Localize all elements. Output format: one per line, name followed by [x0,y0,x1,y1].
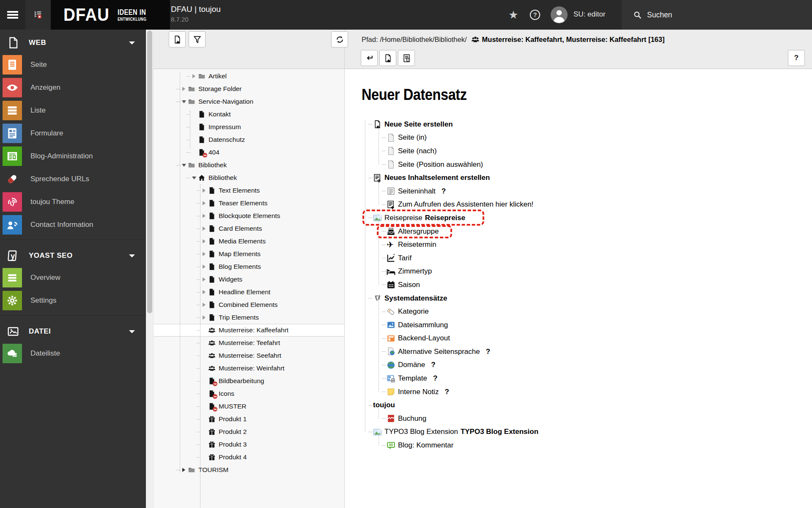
pagetree-node-headline-element[interactable]: Headline Element [154,286,344,298]
pagetree-node-bibliothek[interactable]: Bibliothek [154,159,344,171]
pagetree-node-blockquote-elements[interactable]: Blockquote Elements [154,210,344,222]
chevron-down-icon[interactable] [129,254,135,257]
view-record-button[interactable] [398,50,415,66]
sidebar-item-liste[interactable]: Liste [0,99,146,122]
search-input[interactable] [647,8,799,21]
new-record-option-seiteninhalt[interactable]: Seiteninhalt? [362,185,742,198]
pagetree-node-musterreise-weinfahrt[interactable]: Musterreise: Weinfahrt [154,362,344,375]
refresh-button[interactable] [331,31,348,47]
field-help-icon[interactable]: ? [486,348,490,356]
field-help-icon[interactable]: ? [442,187,446,196]
sidebar-item-contact-information[interactable]: Contact Information [0,213,146,236]
new-record-button[interactable] [379,50,396,66]
collapse-arrow-icon[interactable] [191,177,197,179]
new-record-option-neues-inhaltselement-erstellen[interactable]: Neues Inhaltselement erstellen [362,171,742,185]
new-page-button[interactable] [169,31,186,47]
pagetree-node-storage-folder[interactable]: Storage Folder [154,83,344,95]
pagetree-node-produkt-3[interactable]: Produkt 3 [154,438,344,451]
sidebar-section-header-yoast-seo[interactable]: yYOAST SEO [0,245,146,266]
pagetree-node-musterreise-teefahrt[interactable]: Musterreise: Teefahrt [154,337,344,349]
pagetree-node-datenschutz[interactable]: Datenschutz [154,133,344,146]
sidebar-item-toujou-theme[interactable]: toujou Theme [0,190,146,213]
sidebar-item-dateiliste[interactable]: Dateiliste [0,342,146,365]
new-record-option-toujou[interactable]: toujou [362,398,742,412]
new-record-option-alternative-seitensprache[interactable]: Alternative Seitensprache? [362,345,742,359]
field-help-icon[interactable]: ? [431,361,435,369]
expand-arrow-icon[interactable] [201,277,207,282]
pagetree-node-produkt-4[interactable]: Produkt 4 [154,451,344,464]
expand-arrow-icon[interactable] [201,265,207,269]
new-record-option-zimmertyp[interactable]: Zimmertyp [362,265,742,279]
expand-arrow-icon[interactable] [181,87,187,91]
expand-arrow-icon[interactable] [201,214,207,218]
pagetree-node-muster[interactable]: MUSTER [154,400,344,413]
new-record-option-template[interactable]: Template? [362,372,742,385]
pagetree-node-teaser-elements[interactable]: Teaser Elements [154,197,344,210]
new-record-option-saison[interactable]: Saison [362,278,742,292]
sidebar-item-formulare[interactable]: Formulare [0,122,146,145]
pagetree-node-widgets[interactable]: Widgets [154,273,344,286]
pagetree-scrollbar-thumb[interactable] [147,30,152,313]
pagetree-node-media-elements[interactable]: Media Elements [154,235,344,248]
username-label[interactable]: SU: editor [573,10,606,19]
new-record-option-blog-kommentar[interactable]: Blog: Kommentar [362,439,742,452]
sidebar-section-header-datei[interactable]: DATEI [0,321,146,342]
new-record-option-reisepreise[interactable]: ReisepreiseReisepreise [362,211,742,225]
chevron-down-icon[interactable] [129,41,135,44]
collapse-arrow-icon[interactable] [181,100,187,103]
pagetree-node-bibliothek[interactable]: Bibliothek [154,171,344,184]
sidebar-item-blog-administration[interactable]: Blog-Administration [0,145,146,168]
pagetree-node-service-navigation[interactable]: Service-Navigation [154,95,344,108]
expand-arrow-icon[interactable] [201,303,207,307]
expand-arrow-icon[interactable] [201,201,207,205]
pagetree-node-combined-elements[interactable]: Combined Elements [154,298,344,311]
sidebar-item-settings[interactable]: Settings [0,289,146,312]
sidebar-item-overview[interactable]: Overview [0,266,146,289]
close-back-button[interactable] [361,50,378,66]
expand-arrow-icon[interactable] [201,239,207,243]
new-record-option-seite-in-[interactable]: Seite (in) [362,131,742,145]
new-record-option-systemdatens-tze[interactable]: Systemdatensätze [362,292,742,305]
pagetree-node-trip-elements[interactable]: Trip Elements [154,311,344,324]
pagetree-node-blog-elements[interactable]: Blog Elements [154,260,344,273]
expand-arrow-icon[interactable] [201,290,207,294]
context-help-button[interactable]: ? [788,50,805,66]
field-help-icon[interactable]: ? [433,374,437,383]
new-record-option-neue-seite-erstellen[interactable]: Neue Seite erstellen [362,118,742,131]
pagetree-node-404[interactable]: 404 [154,146,344,159]
pagetree-node-kontakt[interactable]: Kontakt [154,108,344,121]
field-help-icon[interactable]: ? [444,388,449,396]
pagetree-node-produkt-1[interactable]: Produkt 1 [154,413,344,425]
expand-arrow-icon[interactable] [191,74,197,78]
pagetree-node-bildbearbeitung[interactable]: Bildbearbeitung [154,375,344,387]
expand-arrow-icon[interactable] [201,226,207,231]
new-record-option-seite-nach-[interactable]: Seite (nach) [362,144,742,158]
pagetree-node-card-elements[interactable]: Card Elements [154,222,344,235]
new-record-option-interne-notiz[interactable]: Interne Notiz? [362,385,742,399]
expand-arrow-icon[interactable] [201,188,207,193]
new-record-option-zum-aufrufen-des-assistenten-hier-klicken-[interactable]: Zum Aufrufen des Assistenten hier klicke… [362,198,742,212]
expand-arrow-icon[interactable] [201,315,207,320]
new-record-option-dom-ne[interactable]: Domäne? [362,359,742,372]
new-record-option-typo3-blog-extension[interactable]: TYPO3 Blog ExtensionTYPO3 Blog Extension [362,425,742,439]
new-record-option-tarif[interactable]: Tarif [362,251,742,265]
user-avatar[interactable] [551,6,568,23]
new-record-option-kategorie[interactable]: Kategorie [362,305,742,318]
new-record-option-dateisammlung[interactable]: Dateisammlung [362,318,742,332]
bookmark-button[interactable]: ★ [506,7,521,22]
pagetree-node-musterreise-kaffeefahrt[interactable]: Musterreise: Kaffeefahrt [154,324,344,337]
pagetree-node-tourism[interactable]: TOURISM [154,464,344,476]
expand-arrow-icon[interactable] [181,468,187,472]
new-record-option-seite-position-ausw-hlen-[interactable]: Seite (Position auswählen) [362,158,742,171]
pagetree-node-map-elements[interactable]: Map Elements [154,248,344,260]
pagetree-node-musterreise-seefahrt[interactable]: Musterreise: Seefahrt [154,349,344,362]
sidebar-item-seite[interactable]: Seite [0,53,146,76]
pagetree-toggle-button[interactable] [25,0,51,30]
pagetree-node-artikel[interactable]: Artikel [154,70,344,83]
pagetree-node-impressum[interactable]: Impressum [154,121,344,133]
pagetree-node-icons[interactable]: Icons [154,387,344,400]
help-button[interactable]: ? [529,9,540,20]
sidebar-item-sprechende-urls[interactable]: Sprechende URLs [0,168,146,190]
new-record-option-backend-layout[interactable]: Backend-Layout [362,332,742,345]
collapse-arrow-icon[interactable] [181,164,187,167]
